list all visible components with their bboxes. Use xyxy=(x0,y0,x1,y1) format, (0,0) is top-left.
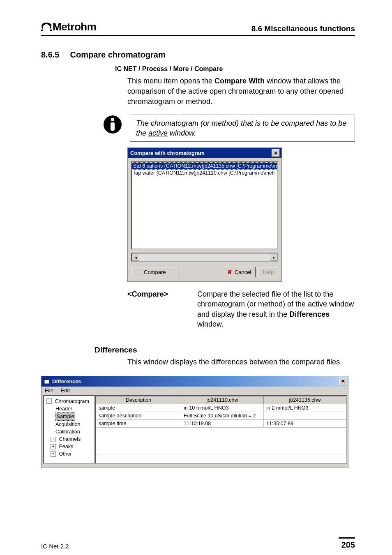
cancel-x-icon: ✘ xyxy=(227,269,232,275)
compare-button[interactable]: Compare xyxy=(131,267,178,277)
expand-icon[interactable]: + xyxy=(51,444,56,449)
heading-title: Compare chromatogram xyxy=(70,50,165,60)
help-button[interactable]: Help xyxy=(258,267,278,277)
page-number: 205 xyxy=(339,537,355,550)
info-icon xyxy=(103,115,122,134)
omega-icon xyxy=(41,23,52,32)
close-icon[interactable]: ✕ xyxy=(339,378,347,385)
col-header[interactable]: jb241135.chw xyxy=(264,396,346,404)
table-row[interactable]: sample in 10 mmol/L HNO3 in 2 mmol/L HNO… xyxy=(96,404,346,412)
expand-icon[interactable]: + xyxy=(51,451,56,457)
differences-dialog: Differences ✕ File Edit − Chromatogram H… xyxy=(41,376,349,467)
cancel-button[interactable]: ✘Cancel xyxy=(223,267,256,277)
compare-dialog-title: Compare with chromatogram xyxy=(130,150,205,156)
tree-node[interactable]: Peaks xyxy=(59,443,73,450)
intro-paragraph: This menu item opens the Compare With wi… xyxy=(127,76,355,107)
compare-dialog: Compare with chromatogram ✕ Std 6 cation… xyxy=(127,147,282,282)
close-icon[interactable]: ✕ xyxy=(272,149,280,157)
compare-listbox[interactable]: Std 6 cations (CATION12.mtw)jb241135.chw… xyxy=(131,161,278,249)
heading-number: 8.6.5 xyxy=(41,50,59,60)
tree-node[interactable]: Other xyxy=(59,450,71,458)
collapse-icon[interactable]: − xyxy=(46,398,52,404)
col-header[interactable]: jb241110.chw xyxy=(181,396,264,404)
table-row[interactable]: sample time 11:10:19.08 11:35:07.89 xyxy=(96,419,346,427)
tree-view[interactable]: − Chromatogram Header Sample Acquisition… xyxy=(43,395,95,464)
brand-text: Metrohm xyxy=(53,21,96,33)
menu-path: IC NET / Process / More / Compare xyxy=(115,65,355,73)
tree-node[interactable]: Header xyxy=(55,405,72,412)
tree-node[interactable]: Calibration xyxy=(55,428,80,435)
footer-product: IC Net 2.2 xyxy=(41,543,69,550)
note-box: The chromatogram (or method) that is to … xyxy=(130,115,355,142)
svg-rect-4 xyxy=(44,379,49,380)
tree-node[interactable]: Acquisition xyxy=(55,421,80,428)
compare-description: Compare the selected file of the list to… xyxy=(197,289,355,329)
list-item[interactable]: Std 6 cations (CATION12.mtw)jb241135.chw… xyxy=(132,162,277,170)
expand-icon[interactable]: + xyxy=(51,437,56,442)
window-icon xyxy=(44,378,50,384)
menubar: File Edit xyxy=(42,387,349,394)
differences-intro: This window displays the differences bet… xyxy=(127,357,355,367)
horizontal-scrollbar[interactable]: ◂ ▸ xyxy=(131,253,278,262)
menu-file[interactable]: File xyxy=(45,387,53,394)
differences-dialog-title: Differences xyxy=(52,378,81,385)
svg-rect-2 xyxy=(111,122,115,131)
col-header[interactable]: Description xyxy=(96,396,181,404)
tree-node[interactable]: Chromatogram xyxy=(55,398,89,405)
scroll-left-icon[interactable]: ◂ xyxy=(132,254,139,260)
tree-node[interactable]: Channels xyxy=(59,435,81,443)
scroll-right-icon[interactable]: ▸ xyxy=(270,254,277,260)
compare-label: <Compare> xyxy=(127,289,185,329)
differences-grid: Description jb241110.chw jb241135.chw sa… xyxy=(95,395,347,464)
section-title: 8.6 Miscellaneous functions xyxy=(251,24,355,33)
differences-heading: Differences xyxy=(95,345,355,355)
svg-point-1 xyxy=(111,118,114,121)
tree-node[interactable]: Sample xyxy=(55,412,75,421)
list-item[interactable]: Tap water (CATION12.mtw)jb241110.chw [C:… xyxy=(132,170,277,176)
menu-edit[interactable]: Edit xyxy=(61,387,70,394)
brand-logo: Metrohm xyxy=(41,21,96,33)
table-row[interactable]: sample description Full Scale 10 uS/cm d… xyxy=(96,412,346,419)
